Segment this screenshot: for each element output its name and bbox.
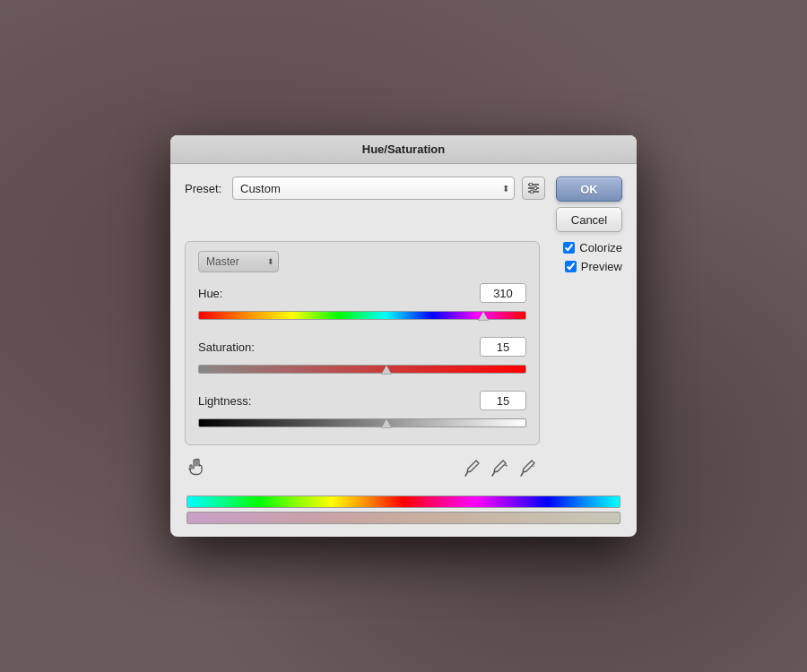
right-panel: Colorize Preview xyxy=(551,241,622,487)
channel-group: Master Reds Yellows Greens Cyans Blues M… xyxy=(185,241,540,445)
hue-saturation-dialog: Hue/Saturation Preset: Custom Default Cy… xyxy=(170,135,637,537)
channel-select-wrapper: Master Reds Yellows Greens Cyans Blues M… xyxy=(198,251,279,272)
cancel-button[interactable]: Cancel xyxy=(556,207,622,232)
colorize-row: Colorize xyxy=(563,241,622,254)
eyedropper-tools: + - xyxy=(463,457,540,482)
hue-label: Hue: xyxy=(198,287,222,300)
hue-value[interactable] xyxy=(480,283,526,303)
lightness-track xyxy=(198,418,526,427)
eyedropper-add-button[interactable]: + xyxy=(490,457,511,482)
saturation-track-container xyxy=(198,360,526,378)
spectrum-result-bar xyxy=(187,512,620,524)
saturation-slider-row: Saturation: xyxy=(198,337,526,378)
saturation-value[interactable] xyxy=(480,337,526,357)
action-buttons: OK Cancel xyxy=(556,177,622,232)
spectrum-section xyxy=(185,495,622,524)
colorize-checkbox[interactable] xyxy=(563,242,575,254)
ok-button[interactable]: OK xyxy=(556,177,622,202)
dialog-title: Hue/Saturation xyxy=(170,135,637,164)
lightness-slider-row: Lightness: xyxy=(198,391,526,432)
saturation-thumb xyxy=(381,366,392,375)
svg-text:-: - xyxy=(533,461,535,470)
svg-point-4 xyxy=(534,186,537,190)
preset-label: Preset: xyxy=(185,182,225,195)
preset-row: Preset: Custom Default Cyanotype Increas… xyxy=(185,177,545,200)
preset-settings-button[interactable] xyxy=(522,177,545,200)
hue-track xyxy=(198,311,526,320)
svg-point-3 xyxy=(529,183,533,186)
preview-checkbox[interactable] xyxy=(565,261,577,272)
spectrum-rainbow-bar xyxy=(187,495,620,508)
preview-label[interactable]: Preview xyxy=(581,260,622,273)
svg-point-5 xyxy=(530,190,534,194)
hue-track-container xyxy=(198,306,526,324)
colorize-label[interactable]: Colorize xyxy=(579,241,622,254)
preview-row: Preview xyxy=(565,260,622,273)
saturation-track xyxy=(198,365,526,374)
lightness-thumb xyxy=(381,419,392,428)
lightness-value[interactable] xyxy=(480,391,526,410)
hue-thumb xyxy=(478,312,489,321)
preset-select[interactable]: Custom Default Cyanotype Increase Contra… xyxy=(232,177,515,200)
hue-slider-row: Hue: xyxy=(198,283,526,324)
lightness-label: Lightness: xyxy=(198,394,251,408)
svg-text:+: + xyxy=(504,461,508,470)
preset-select-wrapper: Custom Default Cyanotype Increase Contra… xyxy=(232,177,515,200)
eyedropper-subtract-button[interactable]: - xyxy=(518,457,540,482)
lightness-track-container xyxy=(198,414,526,432)
eyedropper-button[interactable] xyxy=(463,457,482,482)
saturation-label: Saturation: xyxy=(198,340,255,354)
hand-tool-button[interactable] xyxy=(185,456,208,483)
bottom-tools: + - xyxy=(185,452,540,487)
channel-select[interactable]: Master Reds Yellows Greens Cyans Blues M… xyxy=(198,251,279,272)
title-text: Hue/Saturation xyxy=(362,142,445,156)
